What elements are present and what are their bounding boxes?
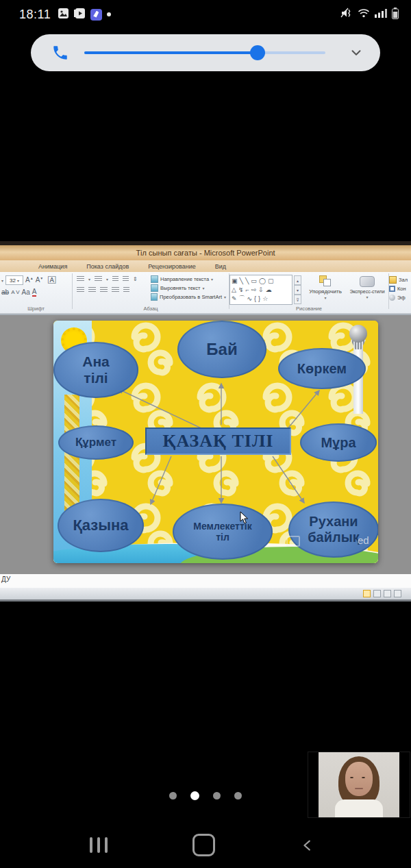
shape-glyph[interactable]: ▭ bbox=[251, 277, 257, 284]
oval-ana-tili: Ана тілі bbox=[53, 342, 138, 398]
recents-icon[interactable] bbox=[90, 837, 108, 853]
shape-glyph[interactable]: △ bbox=[232, 286, 236, 293]
slider-thumb[interactable] bbox=[250, 45, 265, 60]
shape-glyph[interactable]: ◯ bbox=[259, 277, 266, 284]
shape-glyph[interactable]: ✎ bbox=[232, 295, 237, 302]
shape-glyph[interactable]: ∿ bbox=[247, 295, 253, 302]
ppt-status-bar bbox=[0, 588, 411, 599]
shape-glyph[interactable]: { bbox=[254, 295, 256, 302]
change-case-button[interactable]: Aa bbox=[22, 289, 30, 296]
slider-fill bbox=[84, 51, 258, 54]
font-size-dropdown[interactable]: 32 ▾ bbox=[5, 275, 23, 285]
shape-glyph[interactable]: ⌒ bbox=[239, 294, 245, 303]
tab-animation[interactable]: Анимация bbox=[29, 263, 77, 270]
increase-indent-button[interactable] bbox=[123, 276, 129, 282]
shape-glyph[interactable]: ▢ bbox=[268, 277, 274, 284]
webcam-feed bbox=[319, 752, 399, 817]
clear-formatting-button[interactable]: 🄰 bbox=[48, 277, 55, 284]
decrease-indent-button[interactable] bbox=[112, 276, 119, 282]
text-direction-button[interactable]: Направление текста ▾ bbox=[151, 275, 226, 284]
page-dot-3 bbox=[234, 792, 242, 799]
ribbon-group-paragraph: ▾ ▾ ⇕ Направление текста bbox=[73, 272, 229, 313]
strikethrough-button[interactable]: ab bbox=[1, 289, 9, 296]
grow-font-button[interactable]: A▲ bbox=[25, 277, 34, 284]
window-bottom-edge bbox=[0, 599, 411, 602]
shape-glyph[interactable]: ↯ bbox=[238, 286, 244, 293]
ribbon: ▾ 32 ▾ A▲ A▼ 🄰 ab A V Aa A Шрифт ▾ bbox=[0, 272, 411, 313]
align-left-button[interactable] bbox=[77, 287, 84, 293]
slideshow-view-button[interactable] bbox=[394, 590, 401, 597]
char-spacing-button[interactable]: A V bbox=[11, 290, 19, 295]
shape-outline-button[interactable]: Кон bbox=[389, 284, 411, 293]
tab-view[interactable]: Вид bbox=[206, 263, 236, 270]
page-dot-2 bbox=[213, 792, 221, 799]
convert-smartart-button[interactable]: Преобразовать в SmartArt ▾ bbox=[151, 293, 226, 301]
shape-glyph[interactable]: ╲ bbox=[245, 277, 249, 284]
cleaner-app-icon bbox=[90, 9, 102, 21]
shape-glyph[interactable]: ⌐ bbox=[245, 286, 249, 293]
shape-glyph[interactable]: ☆ bbox=[262, 295, 268, 302]
shape-fill-button[interactable]: Зал bbox=[389, 275, 411, 284]
home-icon[interactable] bbox=[192, 834, 215, 856]
font-color-button[interactable]: A bbox=[32, 288, 37, 297]
quick-styles-icon bbox=[360, 276, 375, 287]
shape-effects-button[interactable]: Эф bbox=[389, 293, 411, 302]
shape-glyph[interactable]: ▣ bbox=[232, 277, 238, 284]
back-icon[interactable] bbox=[300, 838, 315, 853]
video-player-icon bbox=[74, 8, 86, 22]
slide-title: ҚАЗАҚ ТІЛІ bbox=[145, 427, 291, 455]
font-name-dropdown-stub[interactable]: ▾ bbox=[1, 278, 3, 283]
shape-glyph[interactable]: ╲ bbox=[240, 277, 243, 284]
ribbon-group-font: ▾ 32 ▾ A▲ A▼ 🄰 ab A V Aa A Шрифт bbox=[0, 272, 72, 313]
shapes-scroll-up[interactable]: ▴ bbox=[294, 275, 301, 285]
android-nav-bar bbox=[0, 822, 411, 868]
window-title: Тіл сынып сағаты - Microsoft PowerPoint bbox=[0, 245, 411, 260]
shrink-font-button[interactable]: A▼ bbox=[36, 277, 44, 284]
drawing-group-label: Рисование bbox=[229, 306, 388, 312]
smartart-icon bbox=[151, 293, 158, 301]
line-spacing-button[interactable]: ⇕ bbox=[133, 277, 138, 282]
reading-view-button[interactable] bbox=[384, 590, 391, 597]
shapes-scroll-down[interactable]: ▾ bbox=[294, 285, 301, 295]
text-direction-icon bbox=[151, 275, 158, 283]
font-size-value: 32 bbox=[10, 277, 16, 284]
align-text-icon bbox=[151, 284, 158, 292]
columns-button[interactable] bbox=[123, 287, 129, 293]
gallery-icon bbox=[58, 8, 69, 22]
shape-glyph[interactable]: ⇩ bbox=[258, 286, 264, 293]
slide-sorter-view-button[interactable] bbox=[373, 590, 381, 597]
signal-icon bbox=[375, 8, 387, 21]
normal-view-button[interactable] bbox=[363, 590, 371, 597]
mouse-cursor bbox=[240, 511, 249, 525]
tab-slideshow[interactable]: Показ слайдов bbox=[77, 263, 138, 270]
shapes-more-button[interactable]: ⊽ bbox=[294, 295, 301, 304]
chevron-down-icon[interactable] bbox=[349, 45, 364, 60]
notification-dot bbox=[107, 12, 111, 16]
shapes-gallery: ▣╲╲▭◯▢△↯⌐⇨⇩☁✎⌒∿{}☆ bbox=[229, 275, 292, 305]
status-bar: 18:11 bbox=[0, 0, 411, 29]
oval-kurmet: Құрмет bbox=[58, 425, 134, 460]
shape-glyph[interactable]: } bbox=[258, 295, 260, 302]
shape-glyph[interactable]: ⇨ bbox=[251, 286, 257, 293]
align-center-button[interactable] bbox=[88, 287, 96, 293]
shape-effects-icon bbox=[389, 295, 395, 301]
oval-memlekettik-til: Мемлекеттік тіл bbox=[173, 504, 273, 560]
shape-glyph[interactable]: ☁ bbox=[266, 286, 272, 293]
call-volume-slider[interactable] bbox=[84, 45, 325, 60]
participant-video-thumbnail[interactable] bbox=[308, 752, 410, 818]
page-dot-0 bbox=[169, 792, 177, 799]
powerpoint-window: Тіл сынып сағаты - Microsoft PowerPoint … bbox=[0, 241, 411, 602]
oval-kazyna: Қазына bbox=[58, 499, 144, 552]
battery-icon bbox=[392, 8, 399, 22]
shape-fill-icon bbox=[389, 276, 397, 284]
paragraph-group-label: Абзац bbox=[73, 306, 229, 312]
person-eye bbox=[350, 777, 353, 778]
bullets-button[interactable] bbox=[77, 276, 84, 282]
tab-review[interactable]: Рецензирование bbox=[138, 263, 206, 270]
justify-button[interactable] bbox=[112, 287, 119, 293]
align-text-button[interactable]: Выровнять текст ▾ bbox=[151, 284, 226, 293]
align-right-button[interactable] bbox=[100, 287, 108, 293]
recorder-watermark-icon bbox=[286, 536, 300, 547]
slide-canvas: Ана тілі Бай Көркем Құрмет Мұра Қазына М… bbox=[53, 321, 378, 563]
numbering-button[interactable] bbox=[95, 276, 102, 282]
